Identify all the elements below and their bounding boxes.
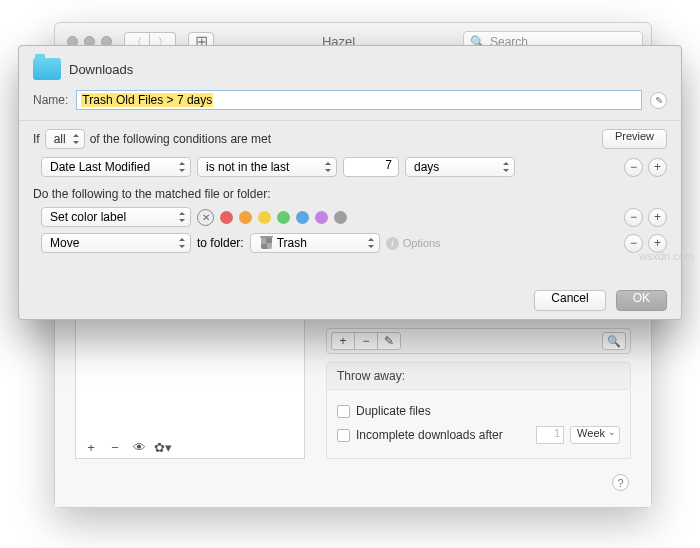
- rule-name-label: Name:: [33, 93, 68, 107]
- rule-editor-sheet: Downloads Name: Trash Old Files > 7 days…: [18, 45, 682, 320]
- action-row-1: Set color label ✕ − +: [33, 207, 667, 227]
- cancel-button[interactable]: Cancel: [534, 290, 605, 311]
- duplicate-files-checkbox[interactable]: [337, 405, 350, 418]
- action1-remove-button[interactable]: −: [624, 208, 643, 227]
- condition-operator-select[interactable]: is not in the last: [197, 157, 337, 177]
- rules-toolbar: + − ✎ 🔍: [326, 328, 631, 354]
- action1-verb-select[interactable]: Set color label: [41, 207, 191, 227]
- color-yellow[interactable]: [258, 211, 271, 224]
- color-red[interactable]: [220, 211, 233, 224]
- match-mode-select[interactable]: all: [45, 129, 85, 149]
- trash-icon: [259, 236, 275, 250]
- incomplete-unit-select[interactable]: Week: [570, 426, 620, 444]
- condition-value-input[interactable]: 7: [343, 157, 399, 177]
- throw-away-header: Throw away:: [326, 362, 631, 390]
- rules-edit-button[interactable]: ✎: [377, 332, 401, 350]
- incomplete-downloads-label: Incomplete downloads after: [356, 428, 503, 442]
- action1-add-button[interactable]: +: [648, 208, 667, 227]
- options-link[interactable]: i Options: [386, 237, 441, 250]
- incomplete-value-field[interactable]: 1: [536, 426, 564, 444]
- help-button[interactable]: ?: [612, 474, 629, 491]
- preview-button[interactable]: Preview: [602, 129, 667, 149]
- rule-name-input[interactable]: Trash Old Files > 7 days: [76, 90, 642, 110]
- action-row-2: Move to folder: Trash i Options − +: [33, 233, 667, 253]
- throw-away-group: Throw away: Duplicate files Incomplete d…: [326, 362, 631, 459]
- folders-preview-button[interactable]: 👁: [128, 440, 150, 455]
- condition-add-button[interactable]: +: [648, 158, 667, 177]
- condition-row: Date Last Modified is not in the last 7 …: [33, 157, 667, 177]
- action2-dest-select[interactable]: Trash: [250, 233, 380, 253]
- ok-button[interactable]: OK: [616, 290, 667, 311]
- color-green[interactable]: [277, 211, 290, 224]
- clear-color-button[interactable]: ✕: [197, 209, 214, 226]
- folder-icon: [33, 58, 61, 80]
- divider: [19, 120, 681, 121]
- condition-remove-button[interactable]: −: [624, 158, 643, 177]
- rules-add-button[interactable]: +: [331, 332, 355, 350]
- condition-attribute-select[interactable]: Date Last Modified: [41, 157, 191, 177]
- edit-name-icon[interactable]: ✎: [650, 92, 667, 109]
- color-orange[interactable]: [239, 211, 252, 224]
- color-purple[interactable]: [315, 211, 328, 224]
- duplicate-files-label: Duplicate files: [356, 404, 431, 418]
- if-suffix: of the following conditions are met: [90, 132, 271, 146]
- info-icon: i: [386, 237, 399, 250]
- rules-remove-button[interactable]: −: [354, 332, 378, 350]
- folders-add-button[interactable]: +: [80, 440, 102, 455]
- do-label: Do the following to the matched file or …: [33, 187, 667, 201]
- condition-unit-select[interactable]: days: [405, 157, 515, 177]
- rules-search-button[interactable]: 🔍: [602, 332, 626, 350]
- incomplete-downloads-checkbox[interactable]: [337, 429, 350, 442]
- action2-verb-select[interactable]: Move: [41, 233, 191, 253]
- folders-gear-button[interactable]: ✿▾: [152, 440, 174, 455]
- color-gray[interactable]: [334, 211, 347, 224]
- color-blue[interactable]: [296, 211, 309, 224]
- watermark: wsxdn.com: [639, 250, 694, 262]
- color-swatches: [220, 211, 347, 224]
- folders-remove-button[interactable]: −: [104, 440, 126, 455]
- rules-pane: + − ✎ 🔍 Throw away: Duplicate files Inco…: [326, 328, 631, 459]
- folder-name-label: Downloads: [69, 62, 133, 77]
- folders-toolbar: + − 👁 ✿▾: [75, 437, 305, 459]
- to-folder-label: to folder:: [197, 236, 244, 250]
- if-label: If: [33, 132, 40, 146]
